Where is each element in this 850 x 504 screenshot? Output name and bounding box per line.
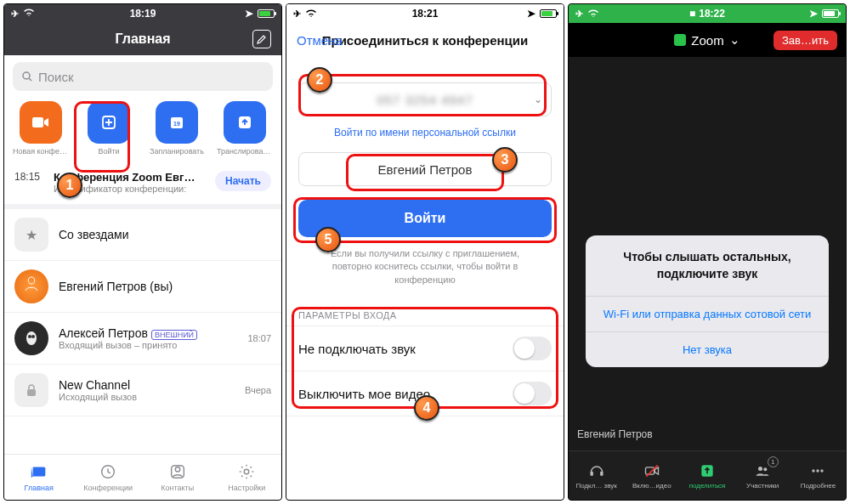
- svg-point-8: [31, 335, 35, 338]
- participants-badge: 1: [768, 456, 779, 467]
- meeting-time: 18:15: [14, 171, 47, 183]
- shield-icon[interactable]: [674, 34, 686, 46]
- svg-rect-1: [32, 117, 43, 127]
- svg-point-22: [821, 469, 824, 472]
- battery-icon: [258, 9, 275, 18]
- external-tag: ВНЕШНИЙ: [151, 330, 197, 340]
- camera-icon: ■: [689, 8, 695, 20]
- svg-point-11: [175, 467, 180, 473]
- status-bar: ✈ 18:21 ➤: [286, 4, 564, 23]
- svg-point-0: [23, 72, 30, 79]
- location-icon: ➤: [809, 8, 818, 20]
- svg-rect-9: [27, 389, 36, 396]
- phone-home: ✈ 18:19 ➤ Главная Поиск Новая конференци…: [3, 3, 282, 501]
- status-time: 18:22: [699, 8, 725, 20]
- chevron-down-icon[interactable]: ⌄: [729, 32, 740, 48]
- phone-call: ✈ ■18:22 ➤ Zoom ⌄ Зав…ить Чтобы слышать …: [568, 3, 847, 501]
- svg-point-19: [764, 467, 768, 471]
- tab-contacts[interactable]: Контакты: [143, 455, 212, 500]
- airplane-icon: ✈: [293, 8, 301, 20]
- avatar: [14, 321, 48, 355]
- svg-point-7: [28, 335, 31, 338]
- tab-audio[interactable]: Подкл… звук: [569, 451, 624, 500]
- compose-icon[interactable]: [252, 30, 271, 48]
- step-bubble-1: 1: [57, 173, 82, 198]
- meeting-id-field[interactable]: 057 3254 4947 ⌄: [298, 82, 552, 116]
- battery-icon: [540, 9, 557, 18]
- step-bubble-2: 2: [307, 67, 332, 93]
- contact-row[interactable]: Алексей ПетровВНЕШНИЙ Входящий вызов – п…: [4, 313, 281, 365]
- starred-row[interactable]: ★ Со звездами: [4, 209, 281, 261]
- tab-video[interactable]: Вклю…идео: [624, 451, 679, 500]
- sheet-opt-noaudio[interactable]: Нет звука: [586, 331, 829, 367]
- end-button[interactable]: Зав…ить: [774, 31, 837, 50]
- cancel-button[interactable]: Отмена: [297, 33, 343, 48]
- step-bubble-4: 4: [414, 395, 439, 421]
- call-toolbar: Подкл… звук Вклю…идео поделиться 1Участн…: [569, 450, 846, 500]
- svg-rect-14: [590, 471, 592, 475]
- status-time: 18:19: [130, 8, 156, 20]
- new-meeting-button[interactable]: Новая конференция: [13, 101, 69, 156]
- svg-point-13: [245, 469, 250, 474]
- search-input[interactable]: Поиск: [13, 62, 273, 91]
- status-bar: ✈ ■18:22 ➤: [569, 4, 846, 23]
- sheet-message: Чтобы слышать остальных, подключите звук: [586, 235, 829, 296]
- wifi-icon: [587, 9, 599, 18]
- participant-label: Евгений Петров: [577, 428, 653, 440]
- location-icon: ➤: [527, 8, 536, 20]
- opt-no-audio[interactable]: Не подключать звук: [286, 326, 564, 371]
- share-screen-button[interactable]: Транслировать э...: [217, 101, 273, 156]
- name-value: Евгений Петров: [378, 162, 473, 177]
- chevron-down-icon[interactable]: ⌄: [534, 93, 542, 105]
- tab-meetings[interactable]: Конференции: [74, 455, 144, 500]
- wifi-icon: [23, 8, 35, 20]
- join-button[interactable]: Войти: [81, 101, 137, 156]
- svg-point-21: [817, 469, 819, 472]
- wifi-icon: [305, 9, 317, 18]
- tab-home[interactable]: Главная: [4, 455, 74, 500]
- svg-point-20: [813, 469, 815, 472]
- meeting-id-value: 057 3254 4947: [377, 93, 473, 107]
- svg-point-18: [758, 467, 762, 471]
- star-icon: ★: [14, 218, 48, 252]
- header: Главная: [4, 23, 281, 55]
- self-contact-row[interactable]: Евгений Петров (вы): [4, 261, 281, 313]
- tab-participants[interactable]: 1Участники: [735, 451, 790, 500]
- status-bar: ✈ 18:19 ➤: [4, 4, 281, 23]
- tab-settings[interactable]: Настройки: [212, 455, 282, 500]
- page-title: Главная: [115, 31, 170, 47]
- status-time: 18:21: [412, 8, 439, 20]
- start-button[interactable]: Начать: [215, 171, 271, 191]
- lock-icon: [14, 373, 48, 407]
- step-bubble-5: 5: [315, 227, 341, 252]
- step-bubble-3: 3: [492, 147, 518, 173]
- page-title: Присоединиться к конференции: [322, 33, 529, 48]
- schedule-button[interactable]: 19 Запланировать: [149, 101, 205, 156]
- tab-more[interactable]: Подробнее: [790, 451, 846, 500]
- audio-sheet: Чтобы слышать остальных, подключите звук…: [586, 235, 829, 367]
- airplane-icon: ✈: [11, 8, 19, 20]
- tab-share[interactable]: поделиться: [679, 451, 734, 500]
- header: Отмена Присоединиться к конференции: [286, 23, 564, 57]
- avatar: [14, 269, 48, 303]
- search-placeholder: Поиск: [38, 70, 74, 84]
- meeting-item[interactable]: 18:15 Конференция Zoom Евгений Пе… Идент…: [4, 164, 281, 204]
- call-area: Чтобы слышать остальных, подключите звук…: [569, 57, 846, 450]
- toggle[interactable]: [513, 337, 552, 360]
- channel-row[interactable]: New Channel Исходящий вызов Вчера: [4, 365, 281, 416]
- location-icon: ➤: [245, 8, 253, 20]
- quick-actions: Новая конференция Войти 19 Запланировать…: [4, 98, 281, 164]
- svg-text:19: 19: [173, 121, 180, 127]
- sheet-opt-wifi[interactable]: Wi-Fi или отправка данных сотовой сети: [586, 296, 829, 331]
- call-header: Zoom ⌄ Зав…ить: [569, 23, 846, 57]
- svg-rect-15: [600, 471, 603, 475]
- airplane-icon: ✈: [575, 8, 583, 20]
- section-header: ПАРАМЕТРЫ ВХОДА: [286, 298, 564, 326]
- svg-point-6: [26, 331, 37, 345]
- tab-bar: Главная Конференции Контакты Настройки: [4, 454, 281, 500]
- battery-icon: [822, 9, 839, 18]
- presence-dot: [42, 321, 48, 327]
- app-title[interactable]: Zoom: [691, 33, 723, 48]
- toggle[interactable]: [513, 382, 552, 405]
- personal-link[interactable]: Войти по имени персональной ссылки: [286, 127, 564, 139]
